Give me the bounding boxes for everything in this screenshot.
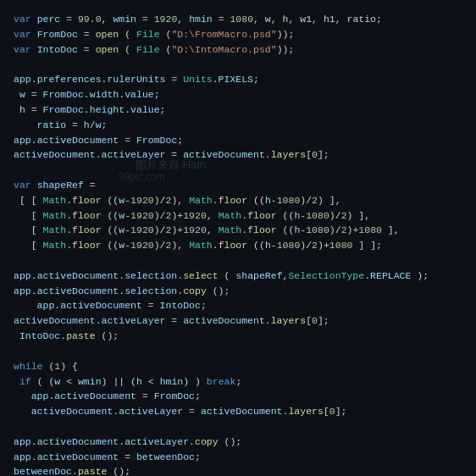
code-line-23: [14, 344, 462, 359]
code-line-28: [14, 419, 462, 434]
code-line-13: [ [ Math.floor ((w-1920)/2), Math.floor …: [14, 193, 462, 208]
code-line-15: [ Math.floor ((w-1920)/2)+1920, Math.flo…: [14, 223, 462, 238]
code-line-21: activeDocument.activeLayer = activeDocum…: [14, 313, 462, 329]
code-line-14: [ Math.floor ((w-1920)/2)+1920, Math.flo…: [14, 208, 462, 224]
code-line-7: h = FromDoc.height.value;: [14, 102, 462, 118]
code-line-9: app.activeDocument = FromDoc;: [14, 133, 462, 148]
code-line-2: var FromDoc = open ( File ("D:\FromMacro…: [14, 27, 462, 42]
code-line-19: app.activeDocument.selection.copy ();: [14, 284, 462, 299]
code-line-17: [14, 253, 462, 268]
code-line-27: activeDocument.activeLayer = activeDocum…: [14, 404, 462, 419]
code-line-18: app.activeDocument.selection.select ( sh…: [14, 268, 462, 284]
code-line-12: var shapeRef =: [14, 178, 462, 193]
code-editor: var perc = 99.0, wmin = 1920, hmin = 108…: [0, 0, 476, 476]
code-line-1: var perc = 99.0, wmin = 1920, hmin = 108…: [14, 12, 462, 27]
code-line-10: activeDocument.activeLayer = activeDocum…: [14, 147, 462, 163]
code-line-3: var IntoDoc = open ( File ("D:\IntoMacro…: [14, 42, 462, 58]
code-line-24: while (1) {: [14, 359, 462, 374]
code-line-20: app.activeDocument = IntoDoc;: [14, 298, 462, 313]
code-line-5: app.preferences.rulerUnits = Units.PIXEL…: [14, 72, 462, 87]
code-line-29: app.activeDocument.activeLayer.copy ();: [14, 434, 462, 450]
code-line-26: app.activeDocument = FromDoc;: [14, 389, 462, 404]
code-line-31: betweenDoc.paste ();: [14, 464, 462, 476]
code-line-6: w = FromDoc.width.value;: [14, 87, 462, 102]
code-line-25: if ( (w < wmin) || (h < hmin) ) break;: [14, 374, 462, 390]
code-line-8: ratio = h/w;: [14, 118, 462, 133]
code-line-16: [ Math.floor ((w-1920)/2), Math.floor ((…: [14, 238, 462, 253]
code-line-30: app.activeDocument = betweenDoc;: [14, 450, 462, 465]
code-line-22: IntoDoc.paste ();: [14, 329, 462, 344]
code-line-4: [14, 57, 462, 72]
code-line-11: [14, 163, 462, 178]
